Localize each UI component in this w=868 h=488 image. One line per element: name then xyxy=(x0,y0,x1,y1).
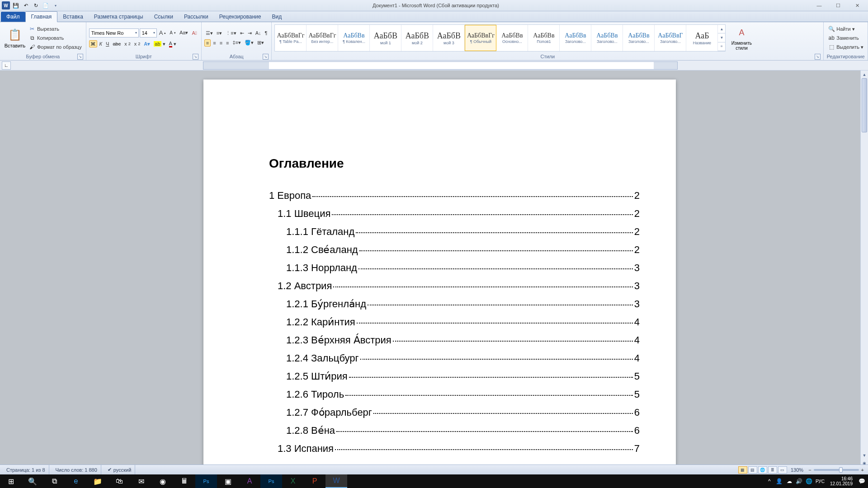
style-item-0[interactable]: АаБбВвГг¶ Table Pa... xyxy=(275,25,307,51)
toc-entry[interactable]: 1.1.2 Све́аланд2 xyxy=(286,244,640,256)
change-styles-button[interactable]: A Изменить стили xyxy=(726,24,757,52)
style-item-4[interactable]: АаБбВмой 2 xyxy=(401,25,433,51)
italic-button[interactable]: К xyxy=(98,41,104,47)
clipboard-launcher[interactable]: ↘ xyxy=(77,54,83,60)
style-item-8[interactable]: АаБбВвПопов1 xyxy=(528,25,560,51)
view-reading-button[interactable]: ▤ xyxy=(748,466,757,474)
toc-entry[interactable]: 1.2.4 Зальцбург4 xyxy=(286,352,640,364)
line-spacing-button[interactable]: ‡≡▾ xyxy=(231,39,243,46)
toc-entry[interactable]: 1.2.6 Тироль5 xyxy=(286,389,640,400)
toc-entry[interactable]: 1.2.7 Фо́рарльберг6 xyxy=(286,407,640,418)
align-left-button[interactable]: ≡ xyxy=(204,39,211,47)
ps2-button[interactable]: Ps xyxy=(260,474,282,488)
style-item-10[interactable]: АаБбВвЗаголово... xyxy=(591,25,623,51)
redo-button[interactable]: ↻ xyxy=(32,1,40,9)
shrink-font-button[interactable]: A▾ xyxy=(168,30,177,36)
styles-launcher[interactable]: ↘ xyxy=(815,54,821,60)
view-web-button[interactable]: 🌐 xyxy=(758,466,767,474)
chrome-button[interactable]: ◉ xyxy=(152,474,174,488)
tab-references[interactable]: Ссылки xyxy=(149,12,179,22)
close-button[interactable]: ✕ xyxy=(848,1,866,10)
numbering-button[interactable]: ≡▾ xyxy=(215,30,223,37)
tray-overflow-icon[interactable]: ^ xyxy=(766,478,773,485)
multilevel-button[interactable]: ⋮≡▾ xyxy=(224,30,237,37)
horizontal-ruler[interactable] xyxy=(203,61,678,70)
strikethrough-button[interactable]: abc xyxy=(111,41,122,47)
view-draft-button[interactable]: ▭ xyxy=(778,466,787,474)
store-button[interactable]: 🛍 xyxy=(108,474,130,488)
style-item-2[interactable]: АаБбВв¶ Ковален... xyxy=(338,25,370,51)
find-button[interactable]: 🔍Найти ▾ xyxy=(826,25,865,33)
show-marks-button[interactable]: ¶ xyxy=(264,30,269,36)
qat-dropdown-icon[interactable]: ▾ xyxy=(52,1,60,9)
bullets-button[interactable]: ☰▾ xyxy=(204,30,214,37)
select-button[interactable]: ⬚Выделить ▾ xyxy=(826,43,865,51)
style-item-1[interactable]: АаБбВвГгБез интер... xyxy=(307,25,338,51)
style-item-5[interactable]: АаБбВмой 3 xyxy=(433,25,465,51)
style-gallery[interactable]: АаБбВвГг¶ Table Pa...АаБбВвГгБез интер..… xyxy=(274,24,726,52)
toc-entry[interactable]: 1.3 Испания7 xyxy=(278,443,640,455)
toc-entry[interactable]: 1.1.3 Норрланд3 xyxy=(286,262,640,274)
tab-view[interactable]: Вид xyxy=(266,12,287,22)
view-print-layout-button[interactable]: ▦ xyxy=(738,466,747,474)
toc-entry[interactable]: 1.2.3 Ве́рхняя А́встрия4 xyxy=(286,334,640,346)
cut-button[interactable]: Вырезать xyxy=(27,25,83,33)
font-color-button[interactable]: A▾ xyxy=(168,40,178,48)
zoom-slider[interactable] xyxy=(814,469,859,471)
status-language[interactable]: ✔русский xyxy=(104,465,135,474)
word-logo-icon[interactable]: W xyxy=(2,1,10,9)
people-icon[interactable]: 👤 xyxy=(776,478,783,485)
zoom-label[interactable]: 130% xyxy=(788,467,806,473)
borders-button[interactable]: ⊞▾ xyxy=(256,39,265,46)
network-icon[interactable]: 🌐 xyxy=(806,478,813,485)
paste-button[interactable]: Вставить xyxy=(3,27,27,49)
style-item-7[interactable]: АаБбВвОсновно... xyxy=(496,25,528,51)
font-name-combo[interactable]: Times New Ro xyxy=(89,28,139,38)
maximize-button[interactable]: ☐ xyxy=(829,1,847,10)
tray-clock[interactable]: 16:4612.01.2019 xyxy=(827,476,855,486)
align-center-button[interactable]: ≡ xyxy=(212,40,217,46)
toc-entry[interactable]: 1.2.2 Кари́нтия4 xyxy=(286,316,640,328)
scroll-up-icon[interactable]: ▲ xyxy=(861,70,868,78)
subscript-button[interactable]: x2 xyxy=(123,41,132,47)
style-item-11[interactable]: АаБбВвЗаголово... xyxy=(623,25,655,51)
change-case-button[interactable]: Aa▾ xyxy=(178,29,189,36)
word-button[interactable]: W xyxy=(326,474,347,488)
tab-mailings[interactable]: Рассылки xyxy=(179,12,214,22)
calculator-button[interactable]: 🖩 xyxy=(174,474,195,488)
tab-file[interactable]: Файл xyxy=(1,12,25,22)
tray-lang[interactable]: РУС xyxy=(816,479,825,484)
zoom-out-button[interactable]: − xyxy=(807,467,812,473)
underline-button[interactable]: Ч xyxy=(104,41,110,47)
toc-entry[interactable]: 1.2.8 Ве́на6 xyxy=(286,425,640,436)
scroll-thumb[interactable] xyxy=(862,78,867,132)
toc-entry[interactable]: 1.2.1 Бу́ргенла́нд3 xyxy=(286,298,640,310)
decrease-indent-button[interactable]: ⇤ xyxy=(239,30,245,37)
ps-button[interactable]: Ps xyxy=(195,474,217,488)
highlight-button[interactable]: ab▾ xyxy=(152,41,166,47)
font-launcher[interactable]: ↘ xyxy=(193,54,198,60)
search-button[interactable]: 🔍 xyxy=(22,474,43,488)
toc-entry[interactable]: 1 Европа2 xyxy=(269,190,640,202)
paragraph-launcher[interactable]: ↘ xyxy=(263,54,269,60)
status-page[interactable]: Страница: 1 из 8 xyxy=(3,465,49,474)
style-item-13[interactable]: АаБНазвание xyxy=(686,25,718,51)
font-size-combo[interactable]: 14 xyxy=(140,28,157,38)
text-effects-button[interactable]: A▾ xyxy=(142,41,151,47)
format-painter-button[interactable]: Формат по образцу xyxy=(27,43,83,51)
app-button-1[interactable]: ▣ xyxy=(217,474,239,488)
scroll-down-icon[interactable]: ▼ xyxy=(861,451,868,459)
toc-entry[interactable]: 1.1 Швеция2 xyxy=(278,208,640,220)
app-button-2[interactable]: A xyxy=(239,474,260,488)
clear-format-button[interactable]: Aͫ xyxy=(190,30,198,36)
tab-selector-button[interactable]: ∟ xyxy=(2,61,11,70)
replace-button[interactable]: abЗаменить xyxy=(826,34,865,42)
tab-review[interactable]: Рецензирование xyxy=(214,12,267,22)
save-button[interactable]: 💾 xyxy=(12,1,20,9)
zoom-in-button[interactable]: + xyxy=(860,467,865,473)
bold-button[interactable]: Ж xyxy=(89,40,97,47)
toc-entry[interactable]: 1.2 Австрия3 xyxy=(278,280,640,292)
align-right-button[interactable]: ≡ xyxy=(218,40,224,46)
view-outline-button[interactable]: ≣ xyxy=(768,466,777,474)
minimize-button[interactable]: — xyxy=(810,1,828,10)
